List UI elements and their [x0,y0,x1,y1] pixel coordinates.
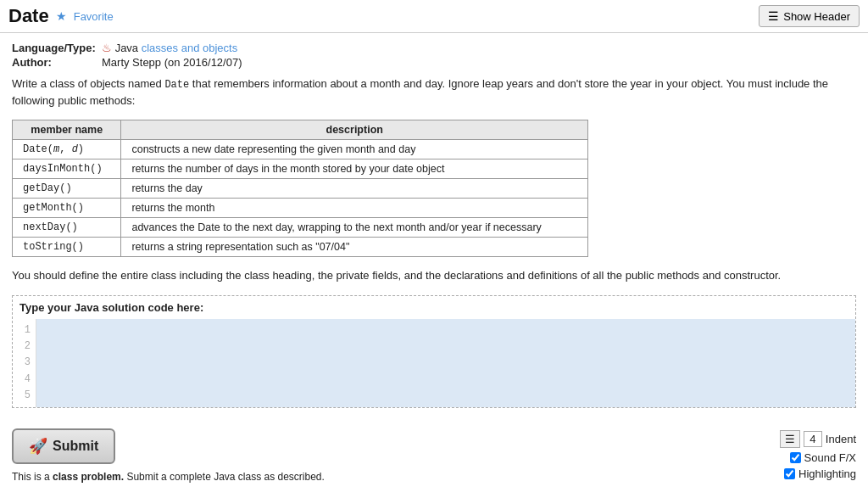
table-cell-desc: advances the Date to the next day, wrapp… [121,217,588,237]
rocket-icon: 🚀 [29,437,47,456]
methods-table: member name description Date(m, d)constr… [12,120,588,257]
highlighting-row: Highlighting [784,467,856,480]
highlighting-label: Highlighting [798,467,856,480]
define-text: You should define the entire class inclu… [12,267,856,284]
status-suffix: Submit a complete Java class as describe… [126,471,324,483]
submit-label: Submit [53,439,98,454]
page-title: Date [8,5,49,27]
header-bar: Date ★ Favorite ☰ Show Header [0,0,868,33]
editor-section: Type your Java solution code here: 1 2 3… [12,295,856,408]
line-num-5: 5 [18,388,31,404]
sound-fx-label: Sound F/X [804,451,856,464]
highlighting-checkbox[interactable] [784,468,795,479]
table-cell-desc: returns the number of days in the month … [121,159,588,178]
java-icon: ♨ [102,42,112,54]
favorite-label[interactable]: Favorite [74,10,114,23]
table-cell-desc: returns a string representation such as … [121,237,588,256]
footer-right: ☰ 4 Indent Sound F/X Highlighting [780,430,856,480]
indent-icon: ☰ [780,430,800,448]
line-num-2: 2 [18,339,31,355]
status-bold: class problem. [53,471,124,483]
table-row: getMonth()returns the month [13,198,588,217]
main-content: Language/Type: ♨ Java classes and object… [0,33,868,425]
status-text: This is a class problem. Submit a comple… [12,471,325,483]
indent-value: 4 [804,431,822,447]
table-cell-desc: constructs a new date representing the g… [121,139,588,159]
table-cell-member: nextDay() [13,217,121,237]
author-label: Author: [12,56,97,69]
submit-button[interactable]: 🚀 Submit [12,428,115,464]
indent-label: Indent [826,433,856,445]
table-row: Date(m, d)constructs a new date represen… [13,139,588,159]
table-cell-desc: returns the day [121,178,588,198]
language-link[interactable]: classes and objects [142,42,237,54]
table-cell-member: getMonth() [13,198,121,217]
line-num-4: 4 [18,372,31,388]
menu-icon: ☰ [768,9,779,23]
author-row: Author: Marty Stepp (on 2016/12/07) [12,56,856,69]
sound-fx-row: Sound F/X [790,451,856,464]
indent-control: ☰ 4 Indent [780,430,856,448]
table-cell-member: daysInMonth() [13,159,121,178]
table-row: nextDay()advances the Date to the next d… [13,217,588,237]
show-header-label: Show Header [783,10,850,23]
line-numbers: 1 2 3 4 5 [13,319,36,407]
table-cell-member: toString() [13,237,121,256]
description-text: Write a class of objects named Date that… [12,76,856,109]
table-col2-header: description [121,120,588,139]
status-prefix: This is a [12,471,50,483]
language-label: Language/Type: [12,42,97,54]
language-text: Java [115,42,138,54]
table-body: Date(m, d)constructs a new date represen… [13,139,588,256]
favorite-star-icon[interactable]: ★ [56,9,67,23]
editor-label: Type your Java solution code here: [13,301,855,319]
line-num-1: 1 [18,322,31,339]
sound-fx-checkbox[interactable] [790,452,801,463]
title-area: Date ★ Favorite [8,5,114,27]
table-row: getDay()returns the day [13,178,588,198]
table-cell-desc: returns the month [121,198,588,217]
code-editor: 1 2 3 4 5 [13,319,855,407]
footer-row: 🚀 Submit This is a class problem. Submit… [0,425,868,491]
author-value: Marty Stepp (on 2016/12/07) [102,56,242,69]
table-cell-member: getDay() [13,178,121,198]
code-textarea[interactable] [36,319,855,407]
footer-left: 🚀 Submit This is a class problem. Submit… [12,428,325,483]
show-header-button[interactable]: ☰ Show Header [759,5,860,27]
table-row: toString()returns a string representatio… [13,237,588,256]
line-num-3: 3 [18,355,31,371]
table-cell-member: Date(m, d) [13,139,121,159]
language-row: Language/Type: ♨ Java classes and object… [12,42,856,54]
table-row: daysInMonth()returns the number of days … [13,159,588,178]
meta-section: Language/Type: ♨ Java classes and object… [12,42,856,69]
language-value: ♨ Java classes and objects [102,42,237,54]
table-col1-header: member name [13,120,121,139]
